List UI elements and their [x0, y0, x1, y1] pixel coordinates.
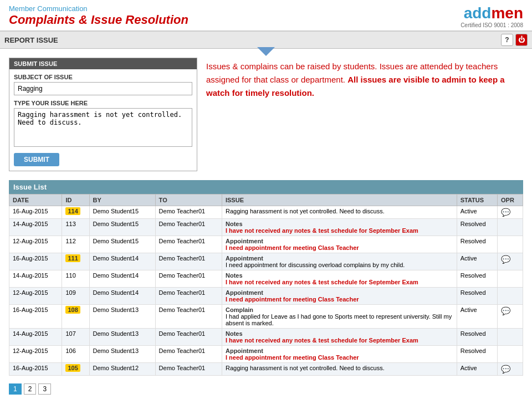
cell-id: 108	[62, 305, 89, 329]
cell-status: Resolved	[457, 219, 497, 236]
cell-status: Resolved	[457, 346, 497, 363]
nav-icons: ? ⏻	[501, 34, 528, 46]
issue-table-head: DATE ID BY TO ISSUE STATUS OPR	[9, 195, 523, 206]
cell-to: Demo Teacher01	[155, 206, 222, 219]
table-header-row: DATE ID BY TO ISSUE STATUS OPR	[9, 195, 523, 206]
cell-opr	[498, 270, 523, 288]
cell-date: 16-Aug-2015	[9, 253, 62, 270]
cell-opr	[498, 288, 523, 305]
cell-to: Demo Teacher01	[155, 253, 222, 270]
cell-by: Demo Student13	[89, 346, 155, 363]
id-badge: 111	[65, 254, 80, 262]
issue-link[interactable]: I have not received any notes & test sch…	[226, 227, 418, 234]
cell-date: 12-Aug-2015	[9, 288, 62, 305]
chat-icon[interactable]: 💬	[501, 365, 510, 374]
issue-textarea[interactable]: Ragging harassment is not yet controlled…	[14, 108, 192, 147]
issue-list-section: Issue List DATE ID BY TO ISSUE STATUS OP…	[0, 180, 532, 380]
issue-table-body: 16-Aug-2015114Demo Student15Demo Teacher…	[9, 206, 523, 376]
issue-title: Notes	[226, 221, 243, 227]
issue-link[interactable]: I have not received any notes & test sch…	[226, 337, 418, 344]
col-issue: ISSUE	[222, 195, 457, 206]
cell-date: 16-Aug-2015	[9, 305, 62, 329]
issue-link[interactable]: I need appointment for meeting Class Tea…	[226, 244, 359, 251]
cell-status: Active	[457, 305, 497, 329]
cell-issue: NotesI have not received any notes & tes…	[222, 270, 457, 288]
cell-date: 14-Aug-2015	[9, 329, 62, 346]
cell-status: Active	[457, 206, 497, 219]
issue-title: Appointment	[226, 255, 263, 262]
cell-by: Demo Student14	[89, 253, 155, 270]
nav-title: REPORT ISSUE	[4, 36, 58, 44]
cell-opr	[498, 236, 523, 253]
page-2-button[interactable]: 2	[24, 383, 37, 395]
logo-cert: Certified ISO 9001 : 2008	[461, 22, 523, 28]
issue-link[interactable]: I need appointment for meeting Class Tea…	[226, 354, 359, 361]
cell-status: Resolved	[457, 270, 497, 288]
issue-text: I need appointment for discussing overlo…	[226, 262, 405, 268]
cell-id: 105	[62, 363, 89, 376]
cell-issue: AppointmentI need appointment for meetin…	[222, 288, 457, 305]
page-1-button[interactable]: 1	[9, 383, 22, 395]
page-3-button[interactable]: 3	[38, 383, 51, 395]
chat-icon[interactable]: 💬	[501, 255, 510, 264]
cell-opr[interactable]: 💬	[498, 206, 523, 219]
table-row: 16-Aug-2015108Demo Student13Demo Teacher…	[9, 305, 523, 329]
cell-to: Demo Teacher01	[155, 270, 222, 288]
col-status: STATUS	[457, 195, 497, 206]
power-button[interactable]: ⏻	[515, 34, 528, 46]
cell-by: Demo Student15	[89, 236, 155, 253]
issue-link[interactable]: I have not received any notes & test sch…	[226, 279, 418, 285]
id-badge: 114	[65, 207, 80, 215]
col-to: TO	[155, 195, 222, 206]
subject-label: SUBJECT OF ISSUE	[14, 74, 192, 80]
cell-id: 110	[62, 270, 89, 288]
cell-to: Demo Teacher01	[155, 305, 222, 329]
cell-to: Demo Teacher01	[155, 363, 222, 376]
cell-by: Demo Student12	[89, 363, 155, 376]
logo-men: men	[491, 4, 523, 22]
cell-id: 109	[62, 288, 89, 305]
help-button[interactable]: ?	[501, 34, 513, 46]
chat-icon[interactable]: 💬	[501, 208, 510, 217]
submit-button[interactable]: SUBMIT	[14, 153, 59, 166]
cell-status: Resolved	[457, 236, 497, 253]
main-content: SUBMIT ISSUE SUBJECT OF ISSUE TYPE YOUR …	[0, 49, 532, 180]
cell-status: Resolved	[457, 329, 497, 346]
cell-opr[interactable]: 💬	[498, 363, 523, 376]
cell-to: Demo Teacher01	[155, 329, 222, 346]
info-text: Issues & complains can be raised by stud…	[206, 58, 523, 171]
chat-icon[interactable]: 💬	[501, 306, 510, 315]
header-left: Member Communication Complaints & Issue …	[9, 4, 188, 27]
issue-title: Complain	[226, 306, 253, 313]
table-row: 12-Aug-2015112Demo Student15Demo Teacher…	[9, 236, 523, 253]
col-id: ID	[62, 195, 89, 206]
cell-status: Active	[457, 363, 497, 376]
cell-issue: Ragging harassment is not yet controlled…	[222, 206, 457, 219]
issue-link[interactable]: I need appointment for meeting Class Tea…	[226, 296, 359, 303]
cell-opr[interactable]: 💬	[498, 305, 523, 329]
cell-opr	[498, 346, 523, 363]
cell-opr[interactable]: 💬	[498, 253, 523, 270]
cell-status: Resolved	[457, 288, 497, 305]
issue-title: Notes	[226, 330, 243, 337]
table-row: 16-Aug-2015111Demo Student14Demo Teacher…	[9, 253, 523, 270]
issue-title: Notes	[226, 272, 243, 279]
cell-to: Demo Teacher01	[155, 219, 222, 236]
table-row: 12-Aug-2015106Demo Student13Demo Teacher…	[9, 346, 523, 363]
issue-title: Appointment	[226, 347, 263, 354]
cell-by: Demo Student15	[89, 219, 155, 236]
cell-id: 107	[62, 329, 89, 346]
cell-date: 12-Aug-2015	[9, 236, 62, 253]
cell-id: 114	[62, 206, 89, 219]
submit-issue-form: SUBMIT ISSUE SUBJECT OF ISSUE TYPE YOUR …	[9, 58, 197, 171]
table-row: 14-Aug-2015110Demo Student14Demo Teacher…	[9, 270, 523, 288]
issue-list-header: Issue List	[9, 180, 523, 194]
cell-id: 113	[62, 219, 89, 236]
cell-date: 14-Aug-2015	[9, 219, 62, 236]
info-text-bold: All issues are visible to admin to keep …	[206, 75, 505, 98]
subject-input[interactable]	[14, 82, 192, 95]
issue-title: Appointment	[226, 289, 263, 296]
page-header: Member Communication Complaints & Issue …	[0, 0, 532, 32]
cell-by: Demo Student14	[89, 270, 155, 288]
id-badge: 105	[65, 364, 80, 372]
